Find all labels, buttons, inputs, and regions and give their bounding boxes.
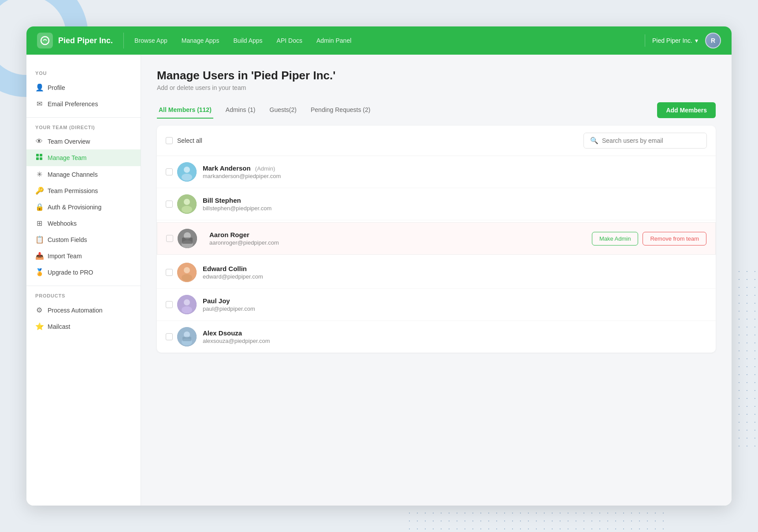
- svg-rect-1: [36, 154, 39, 156]
- member-avatar-mark: [177, 162, 197, 182]
- select-all-label: Select all: [177, 137, 202, 144]
- page-title: Manage Users in 'Pied Piper Inc.': [157, 69, 716, 82]
- svg-point-7: [182, 174, 192, 181]
- panel-controls: Select all 🔍: [157, 126, 716, 156]
- member-email-mark: markanderson@piedpiper.com: [203, 173, 707, 179]
- tab-all-members[interactable]: All Members (112): [157, 102, 213, 119]
- svg-rect-24: [182, 337, 191, 341]
- logo-area: Pied Piper Inc.: [37, 33, 124, 48]
- svg-point-22: [184, 331, 190, 338]
- nav-admin-panel[interactable]: Admin Panel: [316, 37, 351, 44]
- sidebar-divider-2: [26, 286, 141, 286]
- sidebar: YOU 👤 Profile ✉ Email Preferences YOUR T…: [26, 55, 141, 506]
- svg-point-20: [182, 306, 192, 313]
- member-email-paul: paul@piedpiper.com: [203, 305, 707, 312]
- sidebar-item-custom-fields[interactable]: 📋 Custom Fields: [26, 231, 141, 248]
- sidebar-label-webhooks: Webhooks: [48, 220, 77, 227]
- sidebar-item-mailcast[interactable]: ⭐ Mailcast: [26, 318, 141, 335]
- company-selector[interactable]: Pied Piper Inc. ▾: [652, 37, 698, 44]
- sidebar-label-team-overview: Team Overview: [48, 138, 90, 145]
- search-icon: 🔍: [590, 137, 598, 145]
- member-name-aaron: Aaron Roger: [209, 231, 592, 238]
- header-divider: [645, 34, 645, 47]
- manage-team-icon: [35, 153, 43, 162]
- header-right: Pied Piper Inc. ▾ R: [645, 33, 721, 48]
- table-row: Edward Collin edward@piedpiper.com: [157, 257, 716, 289]
- main-content: Manage Users in 'Pied Piper Inc.' Add or…: [141, 55, 732, 506]
- nav-build-apps[interactable]: Build Apps: [233, 37, 262, 44]
- member-checkbox-aaron[interactable]: [166, 235, 173, 242]
- member-name-edward: Edward Collin: [203, 265, 707, 272]
- sidebar-label-upgrade-pro: Upgrade to PRO: [48, 269, 93, 276]
- sidebar-label-manage-channels: Manage Channels: [48, 171, 98, 178]
- custom-fields-icon: 📋: [35, 235, 43, 244]
- app-container: Pied Piper Inc. Browse App Manage Apps B…: [26, 26, 732, 506]
- member-name-paul: Paul Joy: [203, 297, 707, 305]
- sidebar-item-profile[interactable]: 👤 Profile: [26, 79, 141, 96]
- tabs-bar: All Members (112) Admins (1) Guests(2) P…: [157, 102, 716, 119]
- member-checkbox-paul[interactable]: [166, 301, 173, 308]
- mailcast-icon: ⭐: [35, 322, 43, 331]
- member-info-paul: Paul Joy paul@piedpiper.com: [203, 297, 707, 312]
- member-checkbox-mark[interactable]: [166, 168, 173, 175]
- make-admin-button[interactable]: Make Admin: [592, 232, 639, 246]
- table-row: Aaron Roger aaronroger@piedpiper.com Mak…: [157, 222, 716, 255]
- admin-badge-mark: (Admin): [255, 165, 275, 172]
- member-avatar-paul: [177, 295, 197, 314]
- member-email-edward: edward@piedpiper.com: [203, 273, 707, 280]
- select-all-area: Select all: [166, 137, 583, 144]
- member-info-alex: Alex Dsouza alexsouza@piedpiper.com: [203, 329, 707, 344]
- nav-browse-app[interactable]: Browse App: [134, 37, 167, 44]
- member-checkbox-alex[interactable]: [166, 333, 173, 340]
- sidebar-item-webhooks[interactable]: ⊞ Webhooks: [26, 215, 141, 231]
- sidebar-item-team-permissions[interactable]: 🔑 Team Permissions: [26, 182, 141, 199]
- svg-point-10: [182, 206, 192, 213]
- sidebar-label-process-automation: Process Automation: [48, 307, 103, 314]
- tab-admins[interactable]: Admins (1): [224, 102, 257, 119]
- remove-from-team-button[interactable]: Remove from team: [643, 232, 706, 246]
- svg-rect-4: [40, 157, 42, 160]
- member-checkbox-bill[interactable]: [166, 201, 173, 208]
- sidebar-item-process-automation[interactable]: ⚙ Process Automation: [26, 302, 141, 318]
- svg-point-0: [41, 37, 49, 45]
- sidebar-item-team-overview[interactable]: 👁 Team Overview: [26, 134, 141, 149]
- member-actions-aaron: Make Admin Remove from team: [592, 232, 706, 246]
- member-name-mark: Mark Anderson (Admin): [203, 164, 707, 172]
- team-permissions-icon: 🔑: [35, 186, 43, 195]
- select-all-checkbox[interactable]: [166, 137, 173, 144]
- sidebar-label-team-permissions: Team Permissions: [48, 187, 98, 194]
- add-members-button[interactable]: Add Members: [657, 102, 716, 118]
- member-info-bill: Bill Stephen billstephen@piedpiper.com: [203, 197, 707, 212]
- user-avatar[interactable]: R: [705, 33, 721, 48]
- svg-rect-2: [40, 154, 42, 156]
- table-row: Bill Stephen billstephen@piedpiper.com: [157, 188, 716, 220]
- upgrade-icon: 🏅: [35, 268, 43, 276]
- sidebar-section-you: YOU: [26, 71, 141, 76]
- table-row: Alex Dsouza alexsouza@piedpiper.com: [157, 321, 716, 353]
- nav-manage-apps[interactable]: Manage Apps: [182, 37, 219, 44]
- webhooks-icon: ⊞: [35, 219, 43, 227]
- member-email-aaron: aaronroger@piedpiper.com: [209, 239, 592, 246]
- member-info-edward: Edward Collin edward@piedpiper.com: [203, 265, 707, 280]
- team-overview-icon: 👁: [35, 138, 43, 145]
- svg-point-6: [184, 167, 190, 173]
- tab-guests[interactable]: Guests(2): [268, 102, 298, 119]
- tab-pending-requests[interactable]: Pending Requests (2): [309, 102, 372, 119]
- sidebar-item-auth-provisioning[interactable]: 🔒 Auth & Provisioning: [26, 199, 141, 215]
- sidebar-label-custom-fields: Custom Fields: [48, 236, 87, 243]
- email-icon: ✉: [35, 100, 43, 108]
- member-avatar-alex: [177, 327, 197, 346]
- sidebar-item-import-team[interactable]: 📥 Import Team: [26, 248, 141, 264]
- sidebar-item-manage-channels[interactable]: ✳ Manage Channels: [26, 166, 141, 182]
- members-panel: Select all 🔍: [157, 126, 716, 353]
- member-name-bill: Bill Stephen: [203, 197, 707, 204]
- import-icon: 📥: [35, 252, 43, 260]
- member-avatar-bill: [177, 194, 197, 214]
- member-checkbox-edward[interactable]: [166, 269, 173, 276]
- search-input[interactable]: [602, 137, 700, 144]
- sidebar-item-manage-team[interactable]: Manage Team: [26, 149, 141, 166]
- sidebar-item-email-preferences[interactable]: ✉ Email Preferences: [26, 96, 141, 112]
- member-info-aaron: Aaron Roger aaronroger@piedpiper.com: [209, 231, 592, 246]
- sidebar-item-upgrade-pro[interactable]: 🏅 Upgrade to PRO: [26, 264, 141, 280]
- nav-api-docs[interactable]: API Docs: [277, 37, 302, 44]
